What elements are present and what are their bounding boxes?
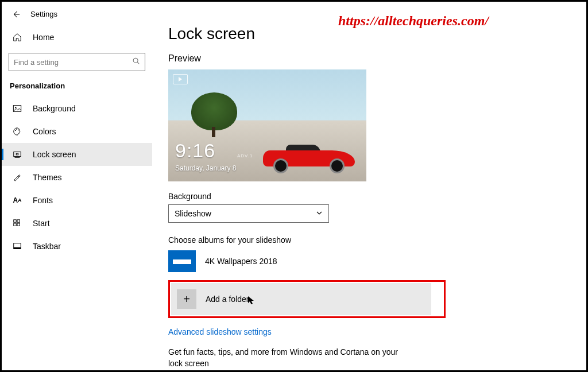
svg-rect-1 (13, 106, 21, 112)
svg-point-4 (16, 129, 17, 130)
fonts-icon: AA (12, 195, 22, 206)
settings-title: Settings (30, 10, 57, 18)
sidebar-home[interactable]: Home (2, 26, 152, 48)
taskbar-icon (12, 241, 22, 251)
search-icon (132, 57, 140, 67)
svg-point-5 (18, 129, 19, 130)
svg-rect-10 (14, 223, 16, 226)
slideshow-badge-icon (173, 74, 188, 84)
sidebar-item-label: Themes (33, 173, 62, 182)
preview-logo: ADV.1 (237, 153, 253, 158)
plus-icon: + (177, 289, 196, 309)
cursor-icon (247, 296, 256, 306)
sidebar-item-label: Background (33, 104, 76, 113)
sidebar-item-label: Colors (33, 127, 56, 136)
sidebar-item-label: Fonts (33, 196, 53, 205)
palette-icon (12, 126, 22, 137)
back-icon[interactable] (12, 10, 20, 18)
sidebar-item-taskbar[interactable]: Taskbar (2, 235, 152, 258)
sidebar-item-label: Taskbar (33, 242, 61, 251)
add-folder-button[interactable]: + Add a folder (171, 283, 431, 315)
svg-rect-9 (17, 220, 20, 222)
album-thumb-icon (168, 250, 196, 272)
sidebar-item-start[interactable]: Start (2, 212, 152, 235)
background-label: Background (168, 192, 563, 201)
background-dropdown[interactable]: Slideshow (168, 204, 329, 223)
svg-rect-13 (14, 247, 21, 249)
svg-rect-7 (16, 153, 18, 155)
album-name: 4K Wallpapers 2018 (205, 257, 277, 266)
add-folder-label: Add a folder (206, 294, 249, 304)
sidebar: Settings Home Personalization Background (2, 2, 152, 370)
album-item[interactable]: 4K Wallpapers 2018 (168, 250, 563, 272)
sidebar-item-label: Lock screen (33, 150, 76, 159)
funfacts-label: Get fun facts, tips, and more from Windo… (168, 347, 398, 369)
preview-date: Saturday, January 8 (175, 164, 237, 172)
add-folder-highlight: + Add a folder (168, 280, 446, 318)
home-icon (12, 32, 22, 42)
sidebar-item-themes[interactable]: Themes (2, 166, 152, 189)
watermark-text: https://alltechqueries.com/ (338, 13, 489, 29)
sidebar-item-colors[interactable]: Colors (2, 120, 152, 143)
preview-time: 9:16 (175, 140, 215, 162)
svg-point-2 (15, 107, 16, 108)
sidebar-item-lockscreen[interactable]: Lock screen (2, 143, 152, 166)
choose-albums-label: Choose albums for your slideshow (168, 235, 563, 245)
svg-rect-6 (14, 152, 21, 157)
preview-label: Preview (168, 53, 563, 64)
svg-point-0 (133, 58, 138, 63)
sidebar-item-label: Start (33, 219, 50, 228)
sidebar-home-label: Home (33, 33, 54, 42)
search-input[interactable] (14, 58, 132, 67)
picture-icon (12, 103, 22, 114)
lockscreen-icon (12, 149, 22, 160)
themes-icon (12, 172, 22, 183)
chevron-down-icon (316, 209, 323, 218)
sidebar-item-background[interactable]: Background (2, 97, 152, 120)
advanced-slideshow-link[interactable]: Advanced slideshow settings (168, 327, 563, 336)
search-box[interactable] (9, 53, 145, 71)
main-content: Lock screen Preview 9:16 Saturday, Janua… (168, 2, 586, 370)
svg-rect-8 (14, 220, 16, 222)
svg-point-3 (15, 130, 16, 131)
sidebar-section-label: Personalization (2, 82, 152, 97)
lockscreen-preview: 9:16 Saturday, January 8 ADV.1 (168, 69, 366, 181)
sidebar-item-fonts[interactable]: AA Fonts (2, 189, 152, 212)
svg-rect-11 (17, 223, 20, 226)
start-icon (12, 218, 22, 228)
background-dropdown-value: Slideshow (175, 209, 211, 218)
